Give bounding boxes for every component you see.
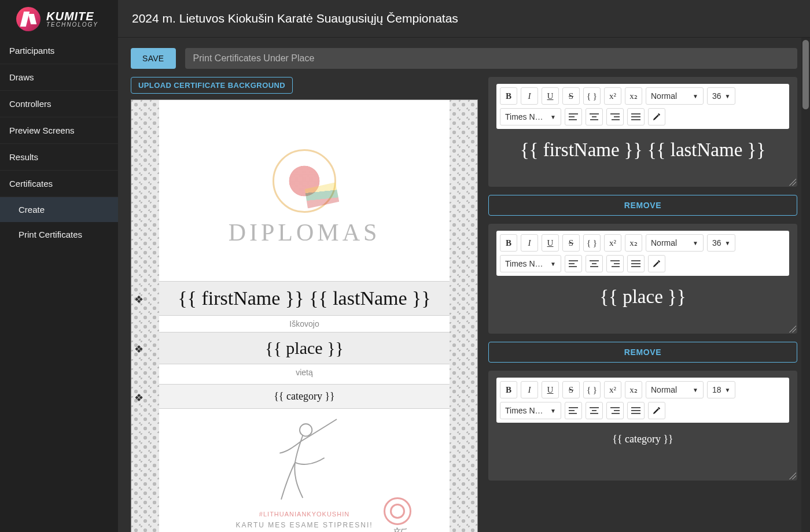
editor-content[interactable]: {{ category }} (496, 423, 789, 472)
brand-mark-icon (16, 7, 41, 31)
resize-handle-icon[interactable] (789, 179, 796, 186)
preview-field-category[interactable]: ❖ {{ category }} (159, 384, 450, 409)
bold-button[interactable]: B (500, 381, 517, 398)
preview-place-text: {{ place }} (265, 338, 344, 357)
editor-block-place: B I U S { } x² x₂ Normal▼ 36▼ (488, 224, 797, 334)
sidebar: KUMITE TECHNOLOGY Participants Draws Con… (0, 0, 118, 532)
stamp-icon: 新極 (379, 497, 416, 532)
align-right-button[interactable] (606, 255, 624, 272)
align-center-button[interactable] (586, 108, 603, 125)
drag-handle-icon[interactable]: ❖ (134, 391, 144, 402)
rich-text-toolbar: B I U S { } x² x₂ Normal▼ 18▼ (496, 378, 789, 423)
save-button[interactable]: SAVE (131, 48, 176, 69)
page-title: 2024 m. Lietuvos Kiokušin Karatė Suaugus… (132, 12, 458, 25)
subscript-button[interactable]: x₂ (625, 87, 642, 105)
align-justify-button[interactable] (627, 402, 645, 419)
align-center-button[interactable] (586, 255, 603, 272)
preview-category-text: {{ category }} (274, 390, 335, 402)
resize-handle-icon[interactable] (789, 326, 796, 332)
insert-token-button[interactable]: { } (583, 87, 601, 105)
bold-button[interactable]: B (500, 234, 517, 252)
rich-text-toolbar: B I U S { } x² x₂ Normal▼ 36▼ (496, 231, 789, 276)
nav: Participants Draws Controllers Preview S… (0, 38, 118, 247)
sidebar-item-preview-screens[interactable]: Preview Screens (0, 117, 118, 144)
align-right-button[interactable] (606, 402, 624, 419)
strike-button[interactable]: S (562, 87, 580, 105)
vertical-scrollbar[interactable] (801, 38, 810, 532)
scrollbar-thumb[interactable] (802, 40, 809, 109)
insert-token-button[interactable]: { } (583, 381, 601, 398)
preview-place-word: vietą (159, 368, 450, 377)
font-size-select[interactable]: 36▼ (707, 234, 735, 252)
karate-figure-icon (255, 415, 354, 507)
align-justify-button[interactable] (627, 108, 645, 125)
insert-token-button[interactable]: { } (583, 234, 601, 252)
content-area: SAVE UPLOAD CERTIFICATE BACKGROUND DIPLO… (118, 38, 810, 532)
font-family-select[interactable]: Times New…▼ (500, 108, 561, 125)
brand-name: KUMITE (46, 10, 98, 22)
font-family-select[interactable]: Times New…▼ (500, 402, 561, 419)
drag-handle-icon[interactable]: ❖ (134, 343, 144, 353)
align-left-button[interactable] (565, 255, 582, 272)
preview-field-place[interactable]: ❖ {{ place }} (159, 332, 450, 364)
heading-select[interactable]: Normal▼ (646, 234, 704, 252)
align-right-button[interactable] (606, 108, 624, 125)
certificate-preview: DIPLOMAS ❖ {{ firstName }} {{ lastName }… (131, 99, 478, 532)
superscript-button[interactable]: x² (604, 381, 621, 398)
heading-select[interactable]: Normal▼ (646, 87, 704, 105)
print-under-place-input[interactable] (185, 48, 797, 69)
page-title-bar: 2024 m. Lietuvos Kiokušin Karatė Suaugus… (118, 0, 810, 38)
align-left-button[interactable] (565, 402, 582, 419)
preview-name-text: {{ firstName }} {{ lastName }} (178, 287, 430, 309)
editor-block-category: B I U S { } x² x₂ Normal▼ 18▼ (488, 371, 797, 481)
underline-button[interactable]: U (542, 234, 559, 252)
color-picker-button[interactable] (648, 255, 665, 272)
font-size-select[interactable]: 36▼ (707, 87, 735, 105)
right-column: B I U S { } x² x₂ Normal▼ 36▼ (488, 77, 797, 481)
main: 2024 m. Lietuvos Kiokušin Karatė Suaugus… (118, 0, 810, 532)
strike-button[interactable]: S (562, 381, 580, 398)
color-picker-button[interactable] (648, 402, 665, 419)
italic-button[interactable]: I (521, 381, 538, 398)
align-center-button[interactable] (586, 402, 603, 419)
align-left-button[interactable] (565, 108, 582, 125)
editor-content[interactable]: {{ firstName }} {{ lastName }} (496, 129, 789, 179)
left-column: UPLOAD CERTIFICATE BACKGROUND DIPLOMAS ❖… (131, 77, 478, 532)
sidebar-sub-print-certificates[interactable]: Print Certificates (0, 222, 118, 247)
remove-block-button[interactable]: REMOVE (488, 342, 797, 363)
underline-button[interactable]: U (542, 381, 559, 398)
editor-content[interactable]: {{ place }} (496, 276, 789, 326)
resize-handle-icon[interactable] (789, 472, 796, 479)
font-family-select[interactable]: Times New…▼ (500, 255, 561, 272)
brand-sub: TECHNOLOGY (46, 22, 98, 28)
sidebar-sub-create[interactable]: Create (0, 197, 118, 222)
subscript-button[interactable]: x₂ (625, 234, 642, 252)
subscript-button[interactable]: x₂ (625, 381, 642, 398)
editor-block-name: B I U S { } x² x₂ Normal▼ 36▼ (488, 77, 797, 187)
federation-logo-icon (273, 149, 336, 213)
sidebar-item-controllers[interactable]: Controllers (0, 91, 118, 117)
drag-handle-icon[interactable]: ❖ (134, 293, 144, 304)
superscript-button[interactable]: x² (604, 87, 621, 105)
remove-block-button[interactable]: REMOVE (488, 195, 797, 216)
preview-field-name[interactable]: ❖ {{ firstName }} {{ lastName }} (159, 281, 450, 316)
font-size-select[interactable]: 18▼ (707, 381, 735, 398)
sidebar-item-certificates[interactable]: Certificates (0, 171, 118, 197)
italic-button[interactable]: I (521, 87, 538, 105)
italic-button[interactable]: I (521, 234, 538, 252)
sidebar-item-results[interactable]: Results (0, 144, 118, 171)
align-justify-button[interactable] (627, 255, 645, 272)
strike-button[interactable]: S (562, 234, 580, 252)
sidebar-item-draws[interactable]: Draws (0, 64, 118, 91)
superscript-button[interactable]: x² (604, 234, 621, 252)
upload-background-button[interactable]: UPLOAD CERTIFICATE BACKGROUND (131, 77, 293, 94)
brand-text: KUMITE TECHNOLOGY (46, 10, 98, 28)
certificate-inner: DIPLOMAS ❖ {{ firstName }} {{ lastName }… (159, 100, 450, 532)
sidebar-item-participants[interactable]: Participants (0, 38, 118, 64)
heading-select[interactable]: Normal▼ (646, 381, 704, 398)
color-picker-button[interactable] (648, 108, 665, 125)
bold-button[interactable]: B (500, 87, 517, 105)
svg-point-0 (300, 424, 312, 436)
action-bar: SAVE (131, 48, 797, 69)
underline-button[interactable]: U (542, 87, 559, 105)
